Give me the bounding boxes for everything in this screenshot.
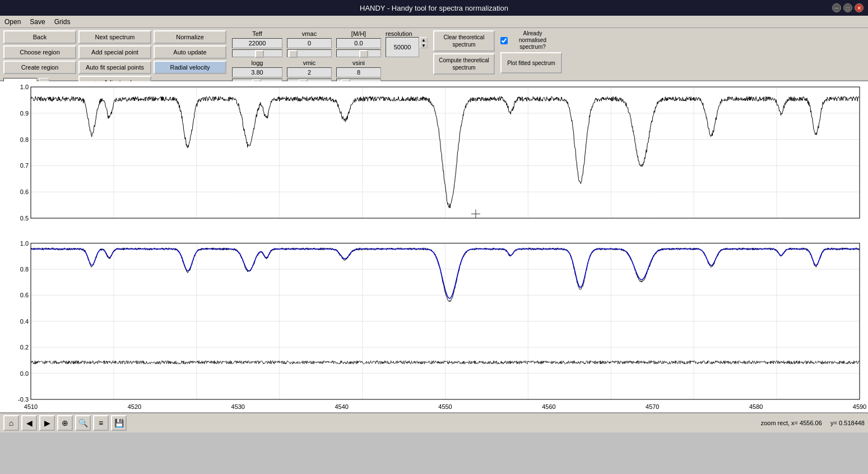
- mh-value[interactable]: 0.0: [336, 38, 381, 48]
- toolbar: Back Choose region Create region ▲ Next …: [0, 28, 868, 81]
- status-bar: zoom rect, x= 4556.06 y= 0.518448: [761, 420, 865, 426]
- zoom-mode-label: zoom rect,: [761, 420, 791, 426]
- maximize-button[interactable]: □: [843, 3, 852, 12]
- home-button[interactable]: ⌂: [3, 415, 19, 431]
- resolution-up[interactable]: ▲: [420, 37, 428, 43]
- back-nav-button[interactable]: ◀: [21, 415, 37, 431]
- radial-velocity-button[interactable]: Radial velocity: [154, 61, 226, 74]
- resolution-group: resolution 50000 ▲ ▼: [386, 30, 428, 57]
- already-normalised-label: Already normalised spectrum?: [509, 30, 556, 50]
- cursor-x-value: 4556.06: [800, 420, 822, 426]
- plot-fitted-button[interactable]: Plot fitted spectrum: [500, 52, 562, 73]
- clear-theoretical-button[interactable]: Clear theoretical spectrum: [433, 30, 495, 52]
- compute-theoretical-button[interactable]: Compute theoretical spectrum: [433, 53, 495, 75]
- minimize-button[interactable]: ─: [832, 3, 841, 12]
- teff-slider[interactable]: [232, 49, 282, 57]
- back-button[interactable]: Back: [3, 30, 76, 44]
- cursor-y-label: y=: [824, 420, 837, 426]
- logg-label: logg: [252, 59, 263, 66]
- cursor-y-value: 0.518448: [839, 420, 865, 426]
- logg-value[interactable]: 3.80: [232, 67, 282, 77]
- menu-save[interactable]: Save: [30, 18, 45, 26]
- spectra-chart[interactable]: [0, 81, 868, 413]
- create-region-button[interactable]: Create region: [3, 61, 76, 74]
- title-bar: HANDY - Handy tool for spectra normaliza…: [0, 0, 868, 16]
- vmac-group: vmac 0: [287, 30, 332, 57]
- vsini-value[interactable]: 8: [336, 67, 381, 77]
- teff-label: Teff: [252, 30, 262, 37]
- left-buttons: Back Choose region Create region ▲: [3, 30, 76, 89]
- window-title: HANDY - Handy tool for spectra normaliza…: [360, 4, 508, 12]
- auto-update-button[interactable]: Auto update: [154, 45, 226, 59]
- settings-button[interactable]: ≡: [93, 415, 109, 431]
- window-controls: ─ □ ✕: [832, 3, 864, 12]
- menu-grids[interactable]: Grids: [54, 18, 71, 26]
- cursor-x-label: x=: [791, 420, 798, 426]
- already-normalised-checkbox[interactable]: [500, 37, 508, 44]
- choose-region-button[interactable]: Choose region: [3, 45, 76, 59]
- main-content: [0, 81, 868, 412]
- teff-value[interactable]: 22000: [232, 38, 282, 48]
- vmac-label: vmac: [302, 30, 317, 37]
- vmic-label: vmic: [303, 59, 316, 66]
- zoom-search-button[interactable]: 🔍: [75, 415, 91, 431]
- add-special-point-button[interactable]: Add special point: [78, 45, 151, 59]
- mh-group: [M/H] 0.0: [336, 30, 381, 57]
- mh-slider[interactable]: [336, 49, 381, 57]
- menu-open[interactable]: Open: [4, 18, 21, 26]
- forward-nav-button[interactable]: ▶: [39, 415, 55, 431]
- already-normalised-group: Already normalised spectrum?: [500, 30, 556, 50]
- normalize-button[interactable]: Normalize: [154, 30, 226, 44]
- auto-fit-button[interactable]: Auto fit special points: [78, 61, 151, 74]
- next-spectrum-button[interactable]: Next spectrum: [78, 30, 151, 44]
- resolution-label: resolution: [386, 30, 428, 37]
- close-button[interactable]: ✕: [855, 3, 864, 12]
- vsini-label: vsini: [352, 59, 365, 66]
- middle-buttons: Next spectrum Add special point Auto fit…: [78, 30, 151, 89]
- zoom-in-button[interactable]: ⊕: [57, 415, 73, 431]
- resolution-down[interactable]: ▼: [420, 43, 428, 48]
- resolution-value[interactable]: 50000: [386, 37, 419, 57]
- save-button[interactable]: 💾: [111, 415, 127, 431]
- vmac-slider[interactable]: [287, 49, 332, 57]
- teff-group: Teff 22000: [232, 30, 282, 57]
- mh-label: [M/H]: [351, 30, 366, 37]
- vmic-value[interactable]: 2: [287, 67, 332, 77]
- bottom-bar: ⌂ ◀ ▶ ⊕ 🔍 ≡ 💾 zoom rect, x= 4556.06 y= 0…: [0, 412, 868, 432]
- menu-bar: Open Save Grids: [0, 16, 868, 28]
- vmac-value[interactable]: 0: [287, 38, 332, 48]
- right-buttons: Normalize Auto update Radial velocity: [154, 30, 226, 74]
